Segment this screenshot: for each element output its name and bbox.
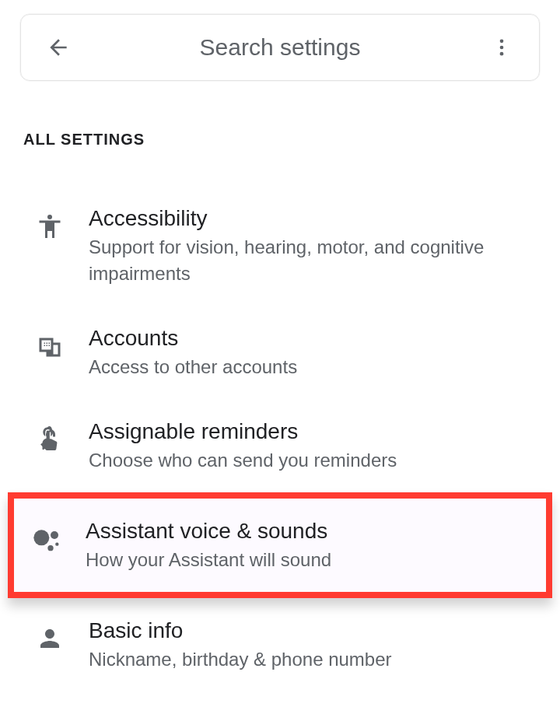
settings-list: Accessibility Support for vision, hearin… [0,186,560,691]
settings-item-basic-info[interactable]: Basic info Nickname, birthday & phone nu… [12,598,548,691]
settings-item-accessibility[interactable]: Accessibility Support for vision, hearin… [12,186,548,306]
settings-item-title: Assistant voice & sounds [86,517,538,545]
settings-item-title: Basic info [89,617,535,645]
assistant-voice-icon [28,520,65,558]
svg-point-7 [55,542,58,545]
svg-point-1 [500,46,504,50]
search-placeholder: Search settings [74,34,486,61]
accounts-icon [31,327,68,365]
settings-item-desc: Support for vision, hearing, motor, and … [89,234,535,286]
svg-point-4 [33,530,49,545]
back-arrow-icon [46,35,71,60]
section-header: ALL SETTINGS [23,131,560,149]
svg-point-6 [47,545,53,551]
basic-info-icon [31,620,68,657]
svg-point-0 [500,40,504,44]
more-button[interactable] [486,32,517,63]
settings-item-title: Assignable reminders [89,418,535,446]
settings-item-title: Accessibility [89,205,535,233]
settings-item-text: Accounts Access to other accounts [89,324,535,380]
settings-item-text: Basic info Nickname, birthday & phone nu… [89,617,535,673]
settings-item-text: Assignable reminders Choose who can send… [89,418,535,474]
svg-point-3 [47,215,52,219]
settings-item-text: Accessibility Support for vision, hearin… [89,205,535,287]
settings-item-text: Assistant voice & sounds How your Assist… [86,517,538,573]
settings-item-desc: Access to other accounts [89,354,535,380]
reminders-icon [31,421,68,458]
settings-item-desc: Choose who can send you reminders [89,447,535,474]
accessibility-icon [31,208,68,245]
back-button[interactable] [43,32,74,63]
settings-item-desc: How your Assistant will sound [86,547,538,573]
settings-item-desc: Nickname, birthday & phone number [89,646,535,673]
more-vert-icon [491,37,513,58]
svg-point-2 [500,52,504,56]
settings-item-reminders[interactable]: Assignable reminders Choose who can send… [12,399,548,492]
search-bar[interactable]: Search settings [20,14,540,81]
settings-item-title: Accounts [89,324,535,352]
svg-point-5 [51,531,58,539]
settings-item-accounts[interactable]: Accounts Access to other accounts [12,306,548,399]
settings-item-assistant-voice[interactable]: Assistant voice & sounds How your Assist… [8,492,552,598]
